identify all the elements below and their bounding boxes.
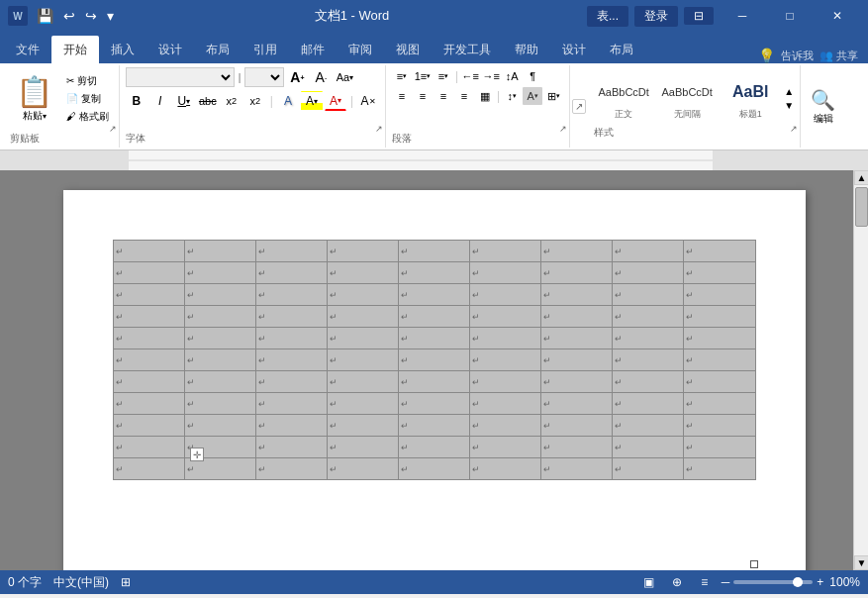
read-view-button[interactable]: ≡ — [694, 573, 716, 591]
save-button[interactable]: 💾 — [34, 6, 56, 26]
maximize-button[interactable]: □ — [767, 0, 813, 32]
style-normal[interactable]: AaBbCcDt 正文 — [594, 73, 653, 124]
tab-table-layout[interactable]: 布局 — [598, 36, 645, 63]
superscript-button[interactable]: x2 — [244, 91, 266, 111]
tab-review[interactable]: 审阅 — [337, 36, 384, 63]
table-move-handle[interactable]: ✛ — [190, 448, 204, 461]
table-cell: ↵ — [541, 349, 613, 371]
sort-button[interactable]: ↕A — [502, 67, 522, 85]
zoom-level-label[interactable]: 100% — [829, 575, 860, 589]
zoom-plus-button[interactable]: + — [817, 575, 823, 589]
close-button[interactable]: ✕ — [815, 0, 860, 32]
share-button[interactable]: 👥 共享 — [820, 49, 858, 63]
borders-button[interactable]: ⊞▾ — [543, 87, 563, 105]
tab-home[interactable]: 开始 — [51, 36, 99, 63]
multilevel-list-button[interactable]: ≡▾ — [434, 67, 453, 85]
para-right-expand[interactable]: ↗ — [570, 65, 588, 148]
tell-me-button[interactable]: 告诉我 — [781, 49, 814, 63]
tab-insert[interactable]: 插入 — [99, 36, 146, 63]
quick-access-dropdown[interactable]: ▾ — [104, 6, 117, 26]
table-cell: ↵ — [327, 458, 398, 480]
styles-down-button[interactable]: ▼ — [784, 101, 794, 111]
highlight-color-button[interactable]: A▾ — [301, 91, 323, 111]
cut-button[interactable]: ✂ 剪切 — [62, 73, 113, 89]
numbering-button[interactable]: 1≡▾ — [413, 67, 433, 85]
increase-indent-button[interactable]: →≡ — [481, 67, 501, 85]
zoom-thumb[interactable] — [793, 577, 803, 587]
table-cell: ↵ — [541, 458, 613, 480]
font-expand-icon[interactable]: ↗ — [375, 124, 383, 134]
table-cell: ↵ — [398, 262, 469, 284]
minimize-button[interactable]: ─ — [720, 0, 765, 32]
copy-button[interactable]: 📄 复制 — [62, 91, 113, 107]
tab-view[interactable]: 视图 — [384, 36, 432, 63]
tab-layout[interactable]: 布局 — [194, 36, 241, 63]
tab-design[interactable]: 设计 — [146, 36, 194, 63]
shading-button[interactable]: A▾ — [523, 87, 542, 105]
scroll-up-button[interactable]: ▲ — [854, 170, 868, 185]
light-bulb-icon[interactable]: 💡 — [758, 48, 775, 63]
underline-button[interactable]: U▾ — [173, 91, 195, 111]
text-effect-button[interactable]: A — [277, 91, 299, 111]
clear-format-button[interactable]: A✕ — [357, 91, 379, 111]
align-right-button[interactable]: ≡ — [434, 87, 453, 105]
styles-up-button[interactable]: ▲ — [784, 87, 794, 97]
font-size-select[interactable] — [244, 67, 284, 87]
strikethrough-button[interactable]: abc — [197, 91, 219, 111]
table-cell: ↵ — [684, 284, 755, 306]
format-painter-button[interactable]: 🖌 格式刷 — [62, 109, 113, 125]
paragraph-expand-icon[interactable]: ↗ — [559, 124, 567, 134]
table-resize-handle[interactable] — [750, 560, 758, 568]
tab-help[interactable]: 帮助 — [503, 36, 550, 63]
line-spacing-button[interactable]: ↕▾ — [502, 87, 522, 105]
scroll-down-button[interactable]: ▼ — [854, 555, 868, 570]
tab-table-design[interactable]: 设计 — [550, 36, 598, 63]
clipboard-expand-icon[interactable]: ↗ — [109, 124, 117, 134]
align-left-button[interactable]: ≡ — [392, 87, 412, 105]
tab-mail[interactable]: 邮件 — [289, 36, 337, 63]
decrease-indent-button[interactable]: ←≡ — [460, 67, 480, 85]
tab-references[interactable]: 引用 — [241, 36, 289, 63]
style-heading1[interactable]: AaBl 标题1 — [721, 73, 780, 124]
surface-button[interactable]: 表... — [587, 6, 628, 27]
table-cell: ↵ — [398, 437, 469, 458]
zoom-track[interactable] — [733, 580, 813, 584]
italic-button[interactable]: I — [149, 91, 171, 111]
bold-button[interactable]: B — [126, 91, 147, 111]
undo-button[interactable]: ↩ — [60, 6, 78, 26]
ribbon-content: 📋 粘贴▾ ✂ 剪切 📄 复制 🖌 格式刷 剪贴板 ↗ | — [0, 63, 868, 150]
table-cell: ↵ — [541, 393, 613, 415]
styles-expand-icon[interactable]: ↗ — [790, 124, 798, 134]
zoom-minus-button[interactable]: ─ — [722, 575, 730, 589]
table-cell: ↵ — [255, 458, 327, 480]
find-button[interactable]: 🔍 编辑 — [807, 84, 839, 130]
font-color-button[interactable]: A▾ — [325, 91, 346, 111]
window-mode-button[interactable]: ⊟ — [684, 7, 714, 25]
bullets-button[interactable]: ≡▾ — [392, 67, 412, 85]
align-center-button[interactable]: ≡ — [413, 87, 433, 105]
paste-button[interactable]: 📋 粘贴▾ — [10, 72, 58, 125]
style-no-spacing[interactable]: AaBbCcDt 无间隔 — [657, 73, 717, 124]
scroll-thumb[interactable] — [855, 187, 868, 227]
change-case-button[interactable]: Aa▾ — [334, 67, 355, 87]
login-button[interactable]: 登录 — [634, 6, 678, 27]
tab-file[interactable]: 文件 — [4, 36, 51, 63]
doc-wrapper: ✛ ↵↵↵↵↵↵↵↵↵↵↵↵↵↵↵↵↵↵↵↵↵↵↵↵↵↵↵↵↵↵↵↵↵↵↵↵↵↵… — [0, 170, 868, 570]
tab-developer[interactable]: 开发工具 — [432, 36, 503, 63]
justify-button[interactable]: ≡ — [454, 87, 474, 105]
table-cell: ↵ — [470, 415, 541, 437]
decrease-font-button[interactable]: A- — [310, 67, 332, 87]
show-marks-button[interactable]: ¶ — [523, 67, 542, 85]
web-view-button[interactable]: ⊕ — [666, 573, 688, 591]
table-cell: ↵ — [398, 458, 469, 480]
encoding-icon[interactable]: ⊞ — [121, 575, 131, 589]
increase-font-button[interactable]: A+ — [286, 67, 308, 87]
font-group: | A+ A- Aa▾ B I U▾ abc x2 x2 | A A▾ A▾ | — [120, 65, 386, 148]
print-view-button[interactable]: ▣ — [638, 573, 660, 591]
vertical-scrollbar[interactable]: ▲ ▼ — [853, 170, 868, 570]
language-label[interactable]: 中文(中国) — [53, 574, 109, 591]
subscript-button[interactable]: x2 — [221, 91, 242, 111]
column-break-button[interactable]: ▦ — [475, 87, 495, 105]
font-name-select[interactable] — [126, 67, 235, 87]
redo-button[interactable]: ↪ — [82, 6, 100, 26]
